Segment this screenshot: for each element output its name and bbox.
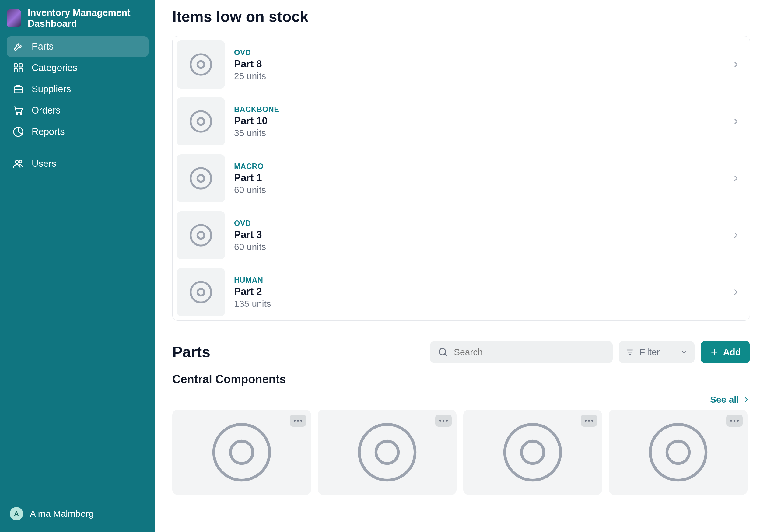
- card-more-button[interactable]: [726, 415, 743, 427]
- grid-icon: [13, 62, 24, 73]
- svg-point-30: [376, 441, 398, 463]
- svg-rect-0: [14, 64, 18, 67]
- svg-line-21: [445, 354, 447, 356]
- low-stock-list: OVDPart 825 unitsBACKBONEPart 1035 units…: [172, 36, 750, 321]
- nav-primary: PartsCategoriesSuppliersOrdersReports: [7, 36, 149, 142]
- svg-point-17: [198, 232, 205, 239]
- part-thumbnail: [177, 268, 225, 316]
- card-more-button[interactable]: [581, 415, 597, 427]
- svg-point-18: [191, 282, 211, 303]
- sidebar-item-reports[interactable]: Reports: [7, 121, 149, 142]
- search-input[interactable]: [454, 347, 605, 357]
- brand-logo: [7, 9, 21, 27]
- svg-point-34: [667, 441, 689, 463]
- more-icon: [294, 420, 302, 422]
- avatar: A: [10, 507, 23, 520]
- chevron-right-icon: [731, 117, 741, 126]
- parts-header: Parts Filter Add: [172, 341, 750, 363]
- add-button[interactable]: Add: [701, 341, 750, 363]
- low-stock-section: Items low on stock OVDPart 825 unitsBACK…: [155, 0, 767, 333]
- part-units: 60 units: [234, 185, 722, 195]
- filter-icon: [625, 348, 634, 356]
- main: Items low on stock OVDPart 825 unitsBACK…: [155, 0, 767, 532]
- svg-point-6: [16, 114, 18, 115]
- cart-icon: [13, 105, 24, 116]
- card-more-button[interactable]: [435, 415, 452, 427]
- part-image: [645, 419, 712, 486]
- low-stock-item[interactable]: OVDPart 360 units: [173, 207, 750, 264]
- part-category: OVD: [234, 48, 722, 57]
- see-all-link[interactable]: See all: [710, 394, 739, 405]
- part-image: [499, 419, 566, 486]
- svg-point-20: [439, 348, 446, 355]
- filter-label: Filter: [639, 347, 675, 357]
- sidebar-item-suppliers[interactable]: Suppliers: [7, 79, 149, 100]
- sidebar-item-label: Orders: [32, 105, 61, 116]
- svg-point-27: [214, 424, 269, 480]
- sidebar: Inventory Management Dashboard PartsCate…: [0, 0, 155, 532]
- part-units: 135 units: [234, 299, 722, 309]
- user-name: Alma Malmberg: [30, 509, 94, 519]
- plus-icon: [710, 348, 719, 357]
- parts-cards: [172, 410, 750, 495]
- sidebar-item-label: Users: [32, 158, 56, 169]
- filter-button[interactable]: Filter: [619, 341, 695, 363]
- search-icon: [437, 347, 448, 358]
- low-stock-item[interactable]: BACKBONEPart 1035 units: [173, 93, 750, 150]
- nav-divider: [10, 148, 145, 148]
- user-row[interactable]: A Alma Malmberg: [7, 503, 149, 525]
- parts-section: Parts Filter Add Central Components See …: [155, 333, 767, 507]
- chevron-right-icon: [731, 288, 741, 297]
- svg-point-16: [191, 225, 211, 246]
- svg-point-8: [15, 160, 19, 164]
- part-image: [354, 419, 421, 486]
- svg-point-32: [521, 441, 544, 463]
- low-stock-item[interactable]: HUMANPart 2135 units: [173, 264, 750, 320]
- search-box[interactable]: [430, 341, 613, 363]
- part-thumbnail: [177, 40, 225, 89]
- low-stock-item[interactable]: OVDPart 825 units: [173, 36, 750, 93]
- low-stock-info: OVDPart 825 units: [234, 48, 722, 81]
- part-category: MACRO: [234, 162, 722, 171]
- more-icon: [730, 420, 739, 422]
- part-card[interactable]: [463, 410, 602, 495]
- chevron-right-icon: [731, 60, 741, 69]
- sidebar-item-parts[interactable]: Parts: [7, 36, 149, 57]
- part-units: 35 units: [234, 128, 722, 138]
- low-stock-info: OVDPart 360 units: [234, 219, 722, 252]
- part-thumbnail: [177, 97, 225, 145]
- part-category: HUMAN: [234, 276, 722, 285]
- chevron-right-icon: [731, 231, 741, 240]
- brand: Inventory Management Dashboard: [7, 7, 149, 29]
- more-icon: [585, 420, 593, 422]
- part-thumbnail: [177, 211, 225, 259]
- sidebar-item-users[interactable]: Users: [7, 153, 149, 174]
- low-stock-item[interactable]: MACROPart 160 units: [173, 150, 750, 207]
- part-name: Part 8: [234, 58, 722, 70]
- pie-icon: [13, 126, 24, 137]
- sidebar-item-label: Parts: [32, 41, 54, 52]
- svg-point-33: [650, 424, 706, 480]
- brand-title: Inventory Management Dashboard: [28, 7, 149, 29]
- svg-point-12: [191, 111, 211, 132]
- part-name: Part 10: [234, 115, 722, 127]
- svg-rect-3: [19, 69, 23, 72]
- low-stock-info: MACROPart 160 units: [234, 162, 722, 195]
- svg-point-28: [230, 441, 253, 463]
- part-name: Part 3: [234, 229, 722, 240]
- part-card[interactable]: [609, 410, 748, 495]
- svg-point-10: [191, 54, 211, 75]
- part-card[interactable]: [172, 410, 311, 495]
- sidebar-item-categories[interactable]: Categories: [7, 58, 149, 78]
- chevron-down-icon: [681, 348, 688, 356]
- users-icon: [13, 158, 24, 169]
- chevron-right-icon: [731, 174, 741, 183]
- svg-point-19: [198, 289, 205, 296]
- card-more-button[interactable]: [290, 415, 306, 427]
- sidebar-item-label: Categories: [32, 62, 77, 73]
- add-label: Add: [723, 347, 741, 357]
- part-card[interactable]: [318, 410, 457, 495]
- part-units: 60 units: [234, 242, 722, 252]
- sidebar-item-orders[interactable]: Orders: [7, 100, 149, 121]
- wrench-icon: [13, 41, 24, 52]
